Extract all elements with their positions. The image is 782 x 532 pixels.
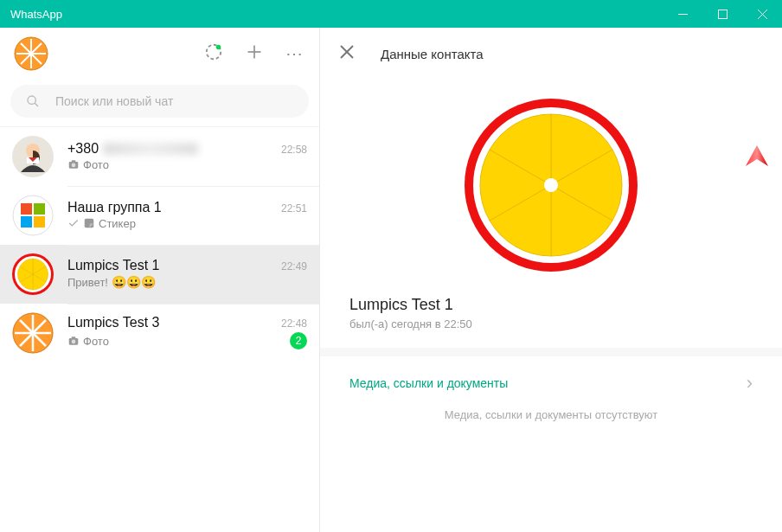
chat-time: 22:48 bbox=[281, 317, 307, 330]
chat-item-active[interactable]: Lumpics Test 1 22:49 Привет! 😀😀😀 bbox=[0, 245, 319, 304]
chat-preview: Фото bbox=[67, 158, 109, 171]
media-links-docs-section: Медиа, ссылки и документы › Медиа, ссылк… bbox=[320, 356, 782, 437]
menu-icon[interactable]: ⋯ bbox=[285, 43, 305, 64]
media-links-docs-header[interactable]: Медиа, ссылки и документы › bbox=[349, 372, 753, 394]
contact-name: Lumpics Test 1 bbox=[349, 296, 453, 314]
contact-profile-block: Lumpics Test 1 был(-а) сегодня в 22:50 bbox=[320, 80, 782, 356]
svg-rect-27 bbox=[34, 203, 45, 215]
chat-avatar bbox=[12, 253, 54, 295]
contact-last-seen: был(-а) сегодня в 22:50 bbox=[349, 317, 472, 330]
contact-info-panel: Данные контакта Lumpics Test 1 был(-а) с… bbox=[320, 28, 782, 532]
contact-info-header: Данные контакта bbox=[320, 28, 782, 80]
emoji-icon: 😀😀😀 bbox=[112, 275, 156, 289]
chat-item[interactable]: Lumpics Test 3 22:48 Фото 2 bbox=[0, 304, 319, 362]
chat-time: 22:49 bbox=[281, 260, 307, 272]
svg-point-17 bbox=[28, 96, 35, 104]
window-close-button[interactable] bbox=[742, 0, 782, 28]
left-pane-header: ⋯ bbox=[0, 28, 319, 80]
svg-rect-29 bbox=[34, 216, 45, 228]
chat-avatar bbox=[12, 136, 54, 177]
svg-rect-28 bbox=[21, 216, 32, 228]
svg-rect-24 bbox=[72, 160, 76, 162]
left-pane: ⋯ +380 22:58 bbox=[0, 28, 320, 532]
own-avatar[interactable] bbox=[14, 36, 48, 71]
app-title: WhatsApp bbox=[10, 8, 62, 21]
unread-badge: 2 bbox=[290, 332, 307, 349]
camera-icon bbox=[67, 335, 80, 347]
svg-line-18 bbox=[35, 103, 38, 106]
chat-name: Lumpics Test 1 bbox=[67, 258, 159, 273]
chevron-right-icon: › bbox=[747, 372, 753, 394]
close-icon[interactable] bbox=[339, 44, 355, 63]
chat-list[interactable]: +380 22:58 Фото bbox=[0, 127, 319, 532]
svg-rect-30 bbox=[85, 219, 94, 228]
chat-preview: Стикер bbox=[67, 217, 136, 230]
media-empty-text: Медиа, ссылки и документы отсутствуют bbox=[349, 408, 753, 421]
contact-info-title: Данные контакта bbox=[381, 47, 484, 61]
svg-rect-26 bbox=[21, 203, 32, 215]
search-icon bbox=[26, 94, 40, 108]
svg-point-23 bbox=[72, 163, 76, 168]
sticker-icon bbox=[83, 217, 95, 229]
chat-time: 22:58 bbox=[281, 144, 307, 156]
chat-time: 22:51 bbox=[281, 202, 307, 215]
chat-name: Lumpics Test 3 bbox=[67, 315, 159, 330]
contact-photo[interactable] bbox=[465, 99, 638, 275]
check-icon bbox=[67, 217, 80, 229]
svg-point-47 bbox=[544, 178, 558, 192]
redacted-number bbox=[103, 143, 198, 155]
svg-rect-43 bbox=[72, 337, 76, 338]
new-chat-icon[interactable] bbox=[246, 43, 263, 64]
media-label: Медиа, ссылки и документы bbox=[349, 376, 508, 390]
window-minimize-button[interactable] bbox=[663, 0, 702, 28]
svg-point-25 bbox=[13, 195, 53, 235]
app-window: WhatsApp bbox=[0, 0, 782, 532]
svg-point-14 bbox=[216, 45, 221, 50]
chat-preview: Привет! 😀😀😀 bbox=[67, 275, 156, 289]
svg-point-42 bbox=[72, 340, 76, 344]
window-maximize-button[interactable] bbox=[702, 0, 742, 28]
search-box[interactable] bbox=[10, 85, 309, 118]
chat-avatar bbox=[12, 312, 54, 354]
svg-rect-1 bbox=[718, 10, 727, 18]
chat-name: Наша группа 1 bbox=[67, 200, 162, 215]
chat-item[interactable]: Наша группа 1 22:51 Стикер bbox=[0, 186, 319, 245]
titlebar: WhatsApp bbox=[0, 0, 782, 28]
camera-icon bbox=[67, 158, 80, 170]
chat-preview: Фото bbox=[67, 335, 109, 348]
chat-avatar bbox=[12, 195, 54, 236]
status-icon[interactable] bbox=[204, 42, 223, 65]
search-input[interactable] bbox=[55, 94, 293, 108]
chat-name: +380 bbox=[67, 141, 198, 157]
chat-item[interactable]: +380 22:58 Фото bbox=[0, 127, 319, 186]
